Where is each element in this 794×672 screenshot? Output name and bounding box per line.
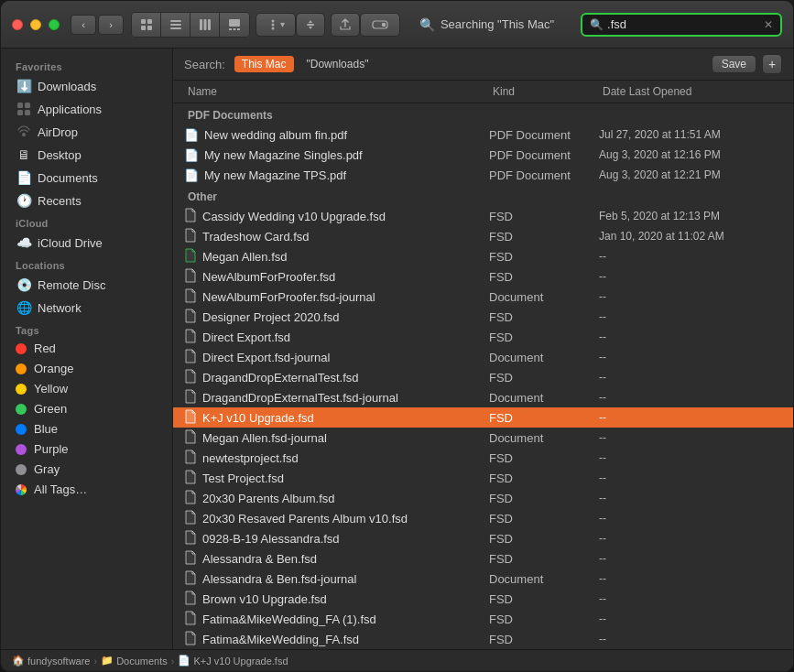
file-type-icon [184,288,197,306]
sidebar-item-tag-gray[interactable]: Gray [5,460,169,479]
sidebar-item-airdrop[interactable]: AirDrop [5,121,169,143]
list-view-button[interactable] [161,13,190,37]
file-kind: FSD [489,512,599,526]
search-input[interactable] [607,17,764,31]
file-type-icon [184,268,197,286]
sidebar-item-tag-purple[interactable]: Purple [5,439,169,459]
breadcrumb-file: 📄 K+J v10 Upgrade.fsd [178,655,288,667]
table-row[interactable]: 📄 My new Magazine Singles.pdf PDF Docume… [173,145,793,165]
file-date: Jan 10, 2020 at 11:02 AM [599,230,782,243]
table-row[interactable]: Brown v10 Upgrade.fsd FSD -- [173,589,793,609]
breadcrumb-sep-1: › [93,656,97,667]
home-icon: 🏠 [12,655,25,667]
table-row[interactable]: Alessandra & Ben.fsd FSD -- [173,548,793,569]
table-row[interactable]: NewAlbumForProofer.fsd-journal Document … [173,287,793,307]
file-date: -- [599,351,782,363]
gallery-view-button[interactable] [220,13,249,37]
table-row[interactable]: Fatima&MikeWedding_FA (1).fsd FSD -- [173,609,793,629]
table-row[interactable]: Alessandra & Ben.fsd-journal Document -- [173,569,793,589]
other-section-header: Other [173,185,793,206]
table-row[interactable]: Megan Allen.fsd FSD -- [173,246,793,266]
sidebar-item-tag-blue[interactable]: Blue [5,419,169,439]
icon-view-button[interactable] [132,13,161,37]
sidebar-item-tag-orange[interactable]: Orange [5,359,169,378]
sidebar-item-downloads[interactable]: ⬇️ Downloads [5,75,169,97]
table-row[interactable]: Cassidy Wedding v10 Upgrade.fsd FSD Feb … [173,206,793,226]
table-row[interactable]: 0928-B-19 Alessandra.fsd FSD -- [173,528,793,548]
svg-rect-4 [170,20,181,22]
sidebar-item-network[interactable]: 🌐 Network [5,297,169,319]
sidebar-item-remote-disc[interactable]: 💿 Remote Disc [5,274,169,296]
back-button[interactable]: ‹ [71,15,96,35]
file-icon: 📄 [178,655,190,667]
table-row[interactable]: Megan Allen.fsd-journal Document -- [173,428,793,448]
table-row[interactable]: 📄 My new Magazine TPS.pdf PDF Document A… [173,165,793,185]
column-view-button[interactable] [190,13,220,37]
kind-column-header[interactable]: Kind [489,83,599,100]
action-button[interactable] [296,13,325,37]
date-column-header[interactable]: Date Last Opened [599,83,782,100]
table-row[interactable]: 20x30 Resaved Parents Album v10.fsd FSD … [173,508,793,528]
blue-tag-dot [16,424,27,435]
sidebar-item-tag-green[interactable]: Green [5,399,169,418]
group-button[interactable]: ▾ [256,13,296,37]
sidebar-item-recents[interactable]: 🕐 Recents [5,190,169,211]
svg-rect-6 [170,27,181,29]
table-row[interactable]: Direct Export.fsd-journal Document -- [173,347,793,367]
locations-label: Locations [1,255,172,273]
sidebar-item-documents[interactable]: 📄 Documents [5,167,169,189]
table-row[interactable]: 20x30 Parents Album.fsd FSD -- [173,488,793,508]
table-row[interactable]: DragandDropExternalTest.fsd-journal Docu… [173,387,793,407]
save-button[interactable]: Save [712,55,756,73]
svg-rect-8 [203,19,206,30]
table-row[interactable]: NewAlbumForProofer.fsd FSD -- [173,266,793,287]
file-kind: Document [489,391,599,405]
svg-rect-5 [170,24,181,26]
sidebar-item-tag-red[interactable]: Red [5,339,169,358]
file-type-icon [184,611,197,628]
file-kind: FSD [489,552,599,566]
search-bar[interactable]: 🔍 ✕ [581,13,782,37]
maximize-button[interactable] [49,19,60,30]
minimize-button[interactable] [30,19,41,30]
table-row[interactable]: K+J v10 Upgrade.fsd FSD -- [173,407,793,428]
file-type-icon [184,570,197,588]
file-type-icon [184,369,197,386]
sidebar-item-desktop[interactable]: 🖥 Desktop [5,144,169,166]
svg-rect-3 [147,26,152,30]
table-row[interactable]: Direct Export.fsd FSD -- [173,327,793,347]
svg-point-24 [22,133,26,136]
add-button[interactable]: + [762,54,782,74]
search-clear-button[interactable]: ✕ [764,18,773,31]
table-row[interactable]: newtestproject.fsd FSD -- [173,448,793,468]
file-kind: FSD [489,451,599,465]
sidebar-item-applications[interactable]: Applications [5,98,169,120]
forward-button[interactable]: › [98,15,124,35]
scope-downloads-button[interactable]: "Downloads" [299,56,376,72]
remote-disc-icon: 💿 [16,276,32,293]
close-button[interactable] [12,19,23,30]
table-row[interactable]: Tradeshow Card.fsd FSD Jan 10, 2020 at 1… [173,226,793,246]
table-row[interactable]: Designer Project 2020.fsd FSD -- [173,307,793,327]
file-type-icon [184,510,197,527]
table-row[interactable]: Fatima&MikeWedding_FA.fsd FSD -- [173,629,793,649]
svg-rect-17 [307,24,314,26]
file-type-icon [184,530,197,547]
name-column-header[interactable]: Name [184,83,489,100]
scope-this-mac-button[interactable]: This Mac [234,56,294,72]
sidebar-item-all-tags[interactable]: All Tags… [5,480,169,499]
sidebar-item-icloud-drive[interactable]: ☁️ iCloud Drive [5,232,169,254]
green-tag-dot [16,404,27,415]
file-kind: FSD [489,492,599,505]
table-row[interactable]: Test Project.fsd FSD -- [173,468,793,488]
file-kind: Document [489,351,599,364]
expand-button[interactable] [360,13,400,37]
sidebar-item-tag-yellow[interactable]: Yellow [5,379,169,398]
table-row[interactable]: DragandDropExternalTest.fsd FSD -- [173,367,793,387]
share-button[interactable] [331,13,360,37]
table-row[interactable]: 📄 New wedding album fin.pdf PDF Document… [173,125,793,145]
file-kind: Document [489,431,599,445]
file-kind: FSD [489,612,599,626]
titlebar: ‹ › [1,1,793,49]
yellow-tag-dot [16,384,27,395]
